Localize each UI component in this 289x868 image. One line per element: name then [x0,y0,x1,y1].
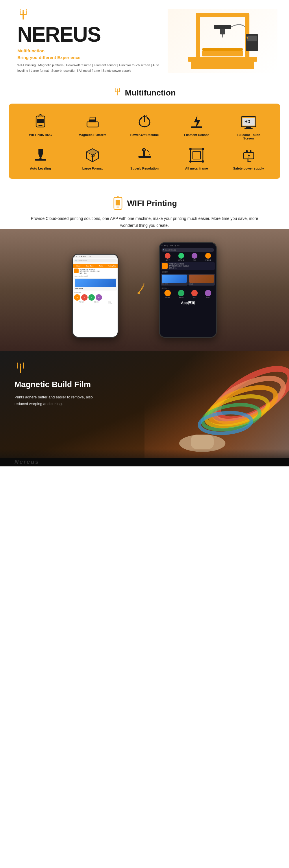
touchscreen-label: Fullcolor Touch Screen [232,133,264,140]
svg-rect-76 [116,207,119,208]
wifi-section: WIFI Printing Provide Cloud-based printi… [0,187,289,351]
magnetic-content: Magnetic Build Film Prints adhere better… [14,362,101,407]
svg-rect-46 [246,127,251,128]
trident-icon [17,9,168,23]
feature-resolution: Superb Resolution [129,146,160,170]
svg-point-67 [189,160,192,163]
features-box: WIFI PRINTING Magnetic Platform [9,103,280,179]
svg-rect-64 [193,151,201,159]
features-row-1: WIFI PRINTING Magnetic Platform [14,112,275,140]
svg-point-65 [189,148,192,150]
magnetic-platform-label: Magnetic Platform [79,133,106,136]
svg-text:3D: 3D [91,154,95,157]
hero-section: NEREUS Multifunction Bring you different… [0,0,289,79]
feature-wifi-printing: WIFI PRINTING [25,112,57,136]
svg-rect-31 [38,125,42,126]
app-label: App界面 [161,301,215,306]
svg-marker-49 [38,155,43,158]
wifi-phone-icon [112,196,124,211]
svg-marker-18 [222,34,223,38]
multifunction-heading: Multifunction [125,88,176,97]
svg-rect-9 [196,13,200,60]
svg-rect-71 [250,150,251,153]
phone-right: 0.12K/s △ ✦ 43% 下午 10:33 🔍 搜索你想要的模型 检友手 … [159,242,217,338]
feature-touchscreen: HD Fullcolor Touch Screen [232,112,264,140]
svg-rect-48 [38,149,43,155]
phone-left-screen: 0:KO △ ✦ 38% 11:02 🔍 Search models Libra… [73,255,118,337]
feature-magnetic-platform: Magnetic Platform [77,112,108,136]
svg-point-66 [202,148,204,150]
svg-rect-14 [202,48,243,51]
trident-orange-icon [113,88,121,98]
wifi-printing-label: WIFI PRINTING [29,133,52,136]
svg-point-77 [117,196,118,197]
svg-marker-26 [117,89,118,90]
large-format-icon: 3D [83,146,102,164]
svg-rect-30 [37,119,44,123]
phone-left: 0:KO △ ✦ 38% 11:02 🔍 Search models Libra… [72,254,118,338]
svg-rect-70 [246,150,248,153]
svg-marker-4 [26,9,27,10]
phone-display-section: 0:KO △ ✦ 38% 11:02 🔍 Search models Libra… [0,229,289,351]
poweroff-label: Power-Off Resume [130,133,159,136]
svg-marker-91 [23,362,24,364]
svg-rect-63 [190,149,203,161]
power-off-icon [135,112,154,131]
autoleveling-label: Auto Leveling [30,167,51,170]
svg-rect-89 [23,364,24,369]
svg-rect-86 [191,435,214,449]
feature-filament: Filament Sensor [181,112,212,136]
features-row-2: Auto Leveling 3D Large Forma [14,146,275,170]
filament-visual [145,365,289,458]
filament-sensor-icon [187,112,206,131]
resolution-icon [135,146,154,164]
filament-label: Filament Sensor [184,133,209,136]
feature-metal-frame: All metal frame [181,146,212,170]
printer-svg [173,11,272,71]
svg-rect-21 [117,90,118,95]
auto-level-icon [31,146,50,164]
svg-marker-90 [17,362,17,364]
svg-point-60 [143,149,145,151]
multifunction-section: Multifunction WIFI PRINTING [0,79,289,179]
feature-poweroff: Power-Off Resume [129,112,160,136]
svg-text:HD: HD [245,119,250,124]
wifi-signal-visual [130,282,147,298]
feature-autoleveling: Auto Leveling [25,146,57,170]
svg-rect-16 [214,25,231,29]
svg-marker-92 [20,363,21,365]
svg-rect-20 [247,36,257,41]
svg-point-32 [40,114,41,115]
hero-tagline: Multifunction Bring you different Experi… [17,48,168,61]
brand-name: NEREUS [17,24,168,45]
magnetic-section: Nereus Magnetic Build Film Prints adhere… [0,351,289,466]
svg-marker-24 [115,88,116,89]
svg-rect-42 [191,126,202,128]
svg-marker-25 [119,88,120,89]
magnetic-description: Prints adhere better and easier to remov… [14,394,101,407]
svg-rect-0 [23,11,24,20]
svg-marker-3 [20,9,21,10]
magnetic-platform-icon [83,112,102,131]
svg-marker-5 [23,10,24,11]
svg-rect-33 [87,122,98,127]
svg-rect-13 [191,60,254,69]
svg-point-62 [149,156,151,158]
metal-frame-icon [187,146,206,164]
hero-features-text: WIFI Printing | Magnetic platform | Powe… [17,62,168,73]
svg-point-78 [138,292,140,294]
feature-safety-power: Safety power supply [232,146,264,170]
feature-large-format: 3D Large Format [77,146,108,170]
svg-rect-11 [196,13,249,17]
metal-frame-label: All metal frame [185,167,208,170]
wifi-print-icon [31,112,50,131]
wifi-description: Provide Cloud-based printing solutions, … [0,215,289,229]
svg-point-68 [202,160,204,163]
svg-rect-47 [245,128,253,129]
svg-rect-75 [116,199,120,206]
svg-rect-15 [202,51,243,56]
svg-rect-17 [220,29,225,34]
hd-screen-icon: HD [239,112,258,131]
safety-power-label: Safety power supply [233,167,264,170]
phone-right-screen: 0.12K/s △ ✦ 43% 下午 10:33 🔍 搜索你想要的模型 检友手 … [160,243,216,337]
